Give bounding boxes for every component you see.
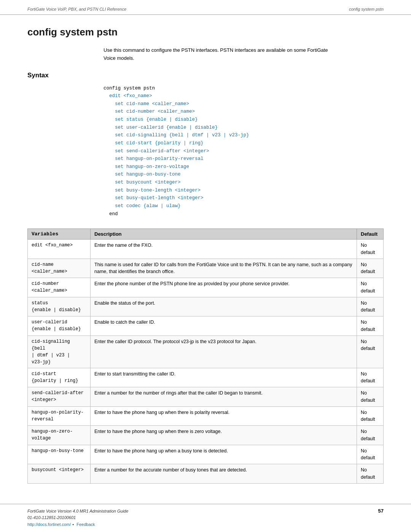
code-line-13: set busycount <integer> xyxy=(104,179,384,187)
table-cell-description: Enter the phone number of the PSTN phone… xyxy=(91,278,357,297)
table-cell-variable: cid-number <caller_name> xyxy=(28,278,91,297)
code-line-10: set hangup-on-polarity-reversal xyxy=(104,155,384,163)
code-line-12: set hangup-on-busy-tone xyxy=(104,171,384,179)
footer-line2: 01-410-112851-20100601 xyxy=(27,514,128,521)
table-row: hangup-on-zero- voltageEnter to have the… xyxy=(28,426,384,445)
code-line-5: set status {enable | disable} xyxy=(104,116,384,124)
intro-text: Use this command to configure the PSTN i… xyxy=(104,46,332,62)
table-cell-description: Enter to start transmitting the caller I… xyxy=(91,368,357,387)
header-left: FortiGate Voice VoIP, PBX, and PSTN CLI … xyxy=(27,7,126,11)
table-cell-description: Enter to have the phone hang up when a b… xyxy=(91,445,357,464)
table-cell-variable: cid-name <caller_name> xyxy=(28,259,91,278)
code-line-14: set busy-tone-length <integer> xyxy=(104,187,384,195)
table-cell-default: No default xyxy=(357,426,384,445)
table-cell-variable: hangup-on-busy-tone xyxy=(28,445,91,464)
code-line-9: set send-callerid-after <integer> xyxy=(104,147,384,155)
table-cell-description: Enter the caller ID protocol. The protoc… xyxy=(91,335,357,368)
table-cell-default: No default xyxy=(357,259,384,278)
code-line-8: set cid-start {polarity | ring} xyxy=(104,139,384,147)
table-cell-variable: status {enable | disable} xyxy=(28,297,91,316)
table-cell-default: No default xyxy=(357,316,384,336)
table-row: cid-number <caller_name>Enter the phone … xyxy=(28,278,384,297)
table-cell-variable: busycount <integer> xyxy=(28,464,91,484)
table-row: busycount <integer>Enter a number for th… xyxy=(28,464,384,484)
table-row: send-callerid-after <integer>Enter a num… xyxy=(28,387,384,407)
reference-table: Variables Description Default edit <fxo_… xyxy=(27,228,384,484)
code-line-1: config system pstn xyxy=(104,85,384,93)
table-cell-default: No default xyxy=(357,240,384,259)
table-row: user-callerid {enable | disable}Enable t… xyxy=(28,316,384,336)
table-row: cid-signalling {bell | dtmf | v23 | v23-… xyxy=(28,335,384,368)
table-row: edit <fxo_name>Enter the name of the FXO… xyxy=(28,240,384,259)
table-cell-default: No default xyxy=(357,387,384,407)
table-cell-default: No default xyxy=(357,445,384,464)
table-row: hangup-on-busy-toneEnter to have the pho… xyxy=(28,445,384,464)
code-line-7: set cid-signalling {bell | dtmf | v23 | … xyxy=(104,131,384,139)
table-cell-variable: send-callerid-after <integer> xyxy=(28,387,91,407)
table-header-description: Description xyxy=(91,229,357,240)
table-cell-default: No default xyxy=(357,335,384,368)
code-line-17: end xyxy=(104,210,384,218)
code-line-4: set cid-number <caller_name> xyxy=(104,108,384,116)
code-line-15: set busy-quiet-length <integer> xyxy=(104,194,384,202)
table-cell-description: Enter the name of the FXO. xyxy=(91,240,357,259)
syntax-heading: Syntax xyxy=(27,72,384,79)
table-cell-description: Enter to have the phone hang up when the… xyxy=(91,406,357,426)
table-cell-description: Enter a number for the number of rings a… xyxy=(91,387,357,407)
table-cell-description: Enable the status of the port. xyxy=(91,297,357,316)
footer-left: FortiGate Voice Version 4.0 MR1 Administ… xyxy=(27,508,128,521)
footer-feedback-link[interactable]: Feedback xyxy=(76,522,95,527)
table-cell-default: No default xyxy=(357,297,384,316)
code-line-6: set user-callerid {enable | disable} xyxy=(104,124,384,132)
code-line-11: set hangup-on-zero-voltage xyxy=(104,163,384,171)
table-cell-variable: cid-start {polarity | ring} xyxy=(28,368,91,387)
header-right: config system pstn xyxy=(349,7,384,11)
table-row: cid-start {polarity | ring}Enter to star… xyxy=(28,368,384,387)
table-cell-description: Enter to have the phone hang up when the… xyxy=(91,426,357,445)
table-header-variables: Variables xyxy=(28,229,91,240)
code-line-3: set cid-name <caller_name> xyxy=(104,100,384,108)
code-line-16: set codec {alaw | ulaw} xyxy=(104,202,384,210)
code-block: config system pstn edit <fxo_name> set c… xyxy=(104,85,384,218)
table-cell-description: This name is used for caller ID for call… xyxy=(91,259,357,278)
table-cell-variable: edit <fxo_name> xyxy=(28,240,91,259)
page-header: FortiGate Voice VoIP, PBX, and PSTN CLI … xyxy=(0,0,411,15)
page-footer: FortiGate Voice Version 4.0 MR1 Administ… xyxy=(0,504,411,532)
footer-links: http://docs.fortinet.com/• Feedback xyxy=(27,522,384,527)
table-row: cid-name <caller_name>This name is used … xyxy=(28,259,384,278)
code-line-2: edit <fxo_name> xyxy=(104,92,384,100)
table-cell-default: No default xyxy=(357,464,384,484)
table-cell-description: Enable to catch the caller ID. xyxy=(91,316,357,336)
footer-separator: • xyxy=(72,522,74,527)
table-cell-variable: user-callerid {enable | disable} xyxy=(28,316,91,336)
table-cell-description: Enter a number for the accurate number o… xyxy=(91,464,357,484)
footer-page-number: 57 xyxy=(378,508,384,514)
footer-docs-link[interactable]: http://docs.fortinet.com/ xyxy=(27,522,71,527)
page-title: config system pstn xyxy=(27,26,384,38)
table-cell-default: No default xyxy=(357,368,384,387)
table-cell-variable: cid-signalling {bell | dtmf | v23 | v23-… xyxy=(28,335,91,368)
table-cell-variable: hangup-on-zero- voltage xyxy=(28,426,91,445)
table-cell-default: No default xyxy=(357,406,384,426)
table-cell-variable: hangup-on-polarity- reversal xyxy=(28,406,91,426)
main-content: config system pstn Use this command to c… xyxy=(0,15,411,506)
table-row: hangup-on-polarity- reversalEnter to hav… xyxy=(28,406,384,426)
table-row: status {enable | disable}Enable the stat… xyxy=(28,297,384,316)
footer-line1: FortiGate Voice Version 4.0 MR1 Administ… xyxy=(27,508,128,514)
table-cell-default: No default xyxy=(357,278,384,297)
table-header-default: Default xyxy=(357,229,384,240)
